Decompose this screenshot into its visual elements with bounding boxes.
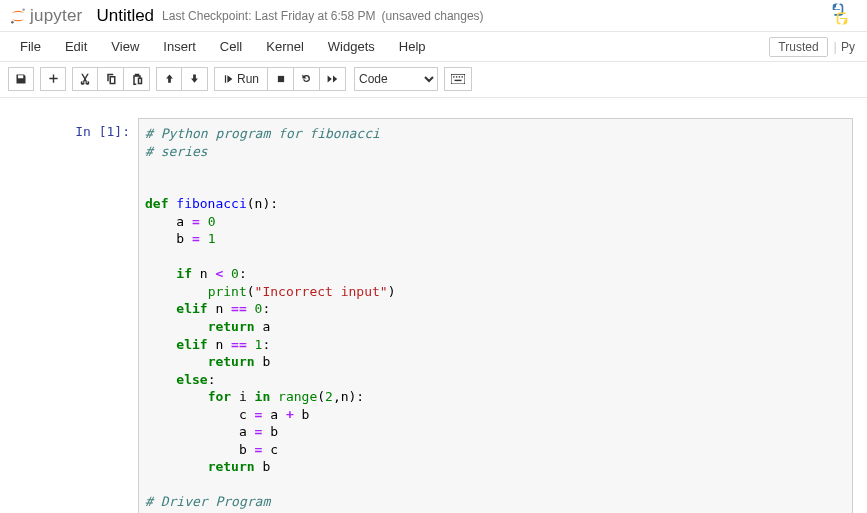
copy-button[interactable] — [98, 67, 124, 91]
svg-rect-10 — [455, 79, 462, 80]
svg-rect-6 — [453, 76, 454, 77]
code-input-area[interactable]: # Python program for fibonacci # series … — [138, 118, 853, 513]
arrow-up-icon — [164, 73, 175, 84]
unsaved-text: (unsaved changes) — [382, 9, 484, 23]
menubar-items: FileEditViewInsertCellKernelWidgetsHelp — [8, 33, 438, 60]
jupyter-logo-text: jupyter — [30, 6, 82, 26]
move-up-button[interactable] — [156, 67, 182, 91]
svg-point-2 — [836, 6, 838, 8]
svg-rect-5 — [451, 74, 465, 84]
notebook-title[interactable]: Untitled — [96, 6, 154, 26]
move-down-button[interactable] — [182, 67, 208, 91]
paste-icon — [131, 73, 143, 85]
menu-file[interactable]: File — [8, 33, 53, 60]
kernel-name-label[interactable]: Py — [837, 38, 859, 56]
svg-point-3 — [842, 21, 844, 23]
run-icon — [223, 74, 233, 84]
menu-widgets[interactable]: Widgets — [316, 33, 387, 60]
restart-icon — [301, 73, 312, 84]
copy-icon — [105, 73, 117, 85]
code-content[interactable]: # Python program for fibonacci # series … — [145, 125, 846, 513]
menu-insert[interactable]: Insert — [151, 33, 208, 60]
menu-edit[interactable]: Edit — [53, 33, 99, 60]
cut-icon — [79, 73, 91, 85]
svg-point-0 — [22, 8, 25, 11]
checkpoint-text: Last Checkpoint: Last Friday at 6:58 PM — [162, 9, 375, 23]
arrow-down-icon — [189, 73, 200, 84]
paste-button[interactable] — [124, 67, 150, 91]
svg-point-1 — [11, 21, 14, 24]
run-button-label: Run — [237, 72, 259, 86]
notebook-area[interactable]: In [1]: # Python program for fibonacci #… — [0, 98, 867, 513]
menu-cell[interactable]: Cell — [208, 33, 254, 60]
keyboard-icon — [451, 74, 465, 84]
menubar: FileEditViewInsertCellKernelWidgetsHelp … — [0, 32, 867, 62]
save-button[interactable] — [8, 67, 34, 91]
jupyter-icon — [8, 6, 28, 26]
menu-help[interactable]: Help — [387, 33, 438, 60]
cut-button[interactable] — [72, 67, 98, 91]
save-icon — [15, 73, 27, 85]
toolbar: Run CodeMarkdownRaw NBConvertHeading — [0, 62, 867, 98]
svg-rect-4 — [277, 75, 283, 81]
insert-cell-button[interactable] — [40, 67, 66, 91]
svg-rect-9 — [462, 76, 463, 77]
cell-type-select[interactable]: CodeMarkdownRaw NBConvertHeading — [354, 67, 438, 91]
fast-forward-icon — [327, 74, 339, 84]
code-cell[interactable]: In [1]: # Python program for fibonacci #… — [62, 118, 853, 513]
python-kernel-icon[interactable] — [827, 1, 853, 30]
svg-rect-8 — [459, 76, 460, 77]
restart-button[interactable] — [294, 67, 320, 91]
command-palette-button[interactable] — [444, 67, 472, 91]
svg-rect-7 — [456, 76, 457, 77]
restart-run-all-button[interactable] — [320, 67, 346, 91]
run-button[interactable]: Run — [214, 67, 268, 91]
input-prompt: In [1]: — [62, 118, 138, 139]
header: jupyter Untitled Last Checkpoint: Last F… — [0, 0, 867, 32]
interrupt-button[interactable] — [268, 67, 294, 91]
stop-icon — [276, 74, 286, 84]
trusted-indicator[interactable]: Trusted — [769, 37, 827, 57]
menu-view[interactable]: View — [99, 33, 151, 60]
menu-kernel[interactable]: Kernel — [254, 33, 316, 60]
jupyter-logo[interactable]: jupyter — [8, 6, 82, 26]
plus-icon — [48, 73, 59, 84]
